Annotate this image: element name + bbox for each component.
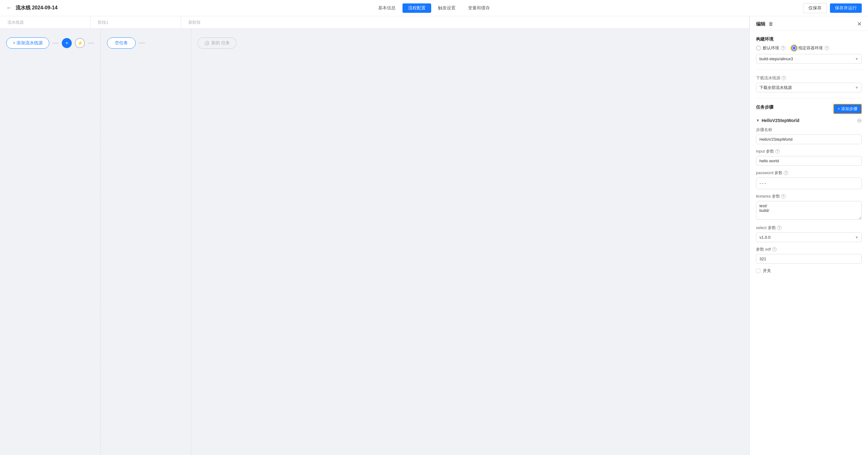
default-env-help-icon[interactable]: ?: [781, 46, 785, 50]
header-tabs: 基本信息 流程配置 触发设置 变量和缓存: [373, 3, 495, 13]
textarea-param-help-icon[interactable]: ?: [781, 194, 786, 199]
download-label: 下载流水线源 ?: [756, 75, 862, 81]
switch-checkbox-box: [756, 269, 761, 273]
add-stage-icon[interactable]: +: [62, 38, 72, 48]
connector-line: [53, 43, 59, 43]
step-title-left: ▼ HelloV2StepWorld: [756, 118, 799, 123]
step-name-display: HelloV2StepWorld: [762, 118, 799, 123]
radio-container-env[interactable]: 指定容器环境 ?: [792, 45, 829, 51]
radio-container-outer: [792, 46, 797, 51]
panel-body: 构建环境 默认环境 ? 指定容器环境 ?: [750, 31, 868, 284]
connector-line-3: [139, 43, 145, 43]
radio-default-label: 默认环境: [763, 45, 779, 51]
task-steps-section: 任务步骤 + 添加步骤 ▼ HelloV2StepWorld ⊖: [756, 104, 862, 278]
select-param-field: select 参数 ? v1.0.0 ▼: [756, 225, 862, 242]
download-source-section: 下载流水线源 ? 下载全部流水线源 ▼: [756, 75, 862, 92]
switch-field: 开关: [756, 268, 862, 274]
download-help-icon[interactable]: ?: [782, 76, 786, 80]
save-run-button[interactable]: 保存并运行: [830, 3, 862, 13]
step-item-header: ▼ HelloV2StepWorld ⊖: [756, 117, 862, 124]
select-param-label: select 参数 ?: [756, 225, 862, 231]
download-source-select[interactable]: 下载全部流水线源: [756, 83, 862, 92]
pipeline-canvas: 流水线源 阶段1 新阶段 + 添加流水线源 + ⚡ 空任务: [0, 16, 749, 455]
edf-param-input[interactable]: [756, 254, 862, 264]
source-row: + 添加流水线源 + ⚡: [6, 37, 94, 49]
divider-2: [756, 98, 862, 98]
tab-basic[interactable]: 基本信息: [373, 3, 401, 13]
password-param-display: ···: [756, 178, 862, 189]
connector-line-2: [88, 43, 94, 43]
select-param-select[interactable]: v1.0.0: [756, 233, 862, 242]
new-task-label: 新的 任务: [211, 40, 230, 46]
step-remove-button[interactable]: ⊖: [857, 117, 862, 124]
container-image-select-wrapper: build-steps/alinux3 ▼: [756, 54, 862, 64]
col-header-new-stage: 新阶段: [181, 16, 749, 28]
switch-checkbox[interactable]: 开关: [756, 268, 862, 274]
radio-default-outer: [756, 46, 761, 51]
panel-close-button[interactable]: ✕: [857, 21, 862, 27]
edf-param-label: 参数 edf ?: [756, 246, 862, 252]
container-image-wrapper: build-steps/alinux3 ▼: [756, 54, 862, 64]
panel-header: 编辑 🗑 ✕: [750, 16, 868, 31]
step-item: ▼ HelloV2StepWorld ⊖ 步骤名称: [756, 117, 862, 274]
panel-delete-icon[interactable]: 🗑: [769, 21, 773, 27]
add-step-button[interactable]: + 添加步骤: [833, 104, 862, 114]
main-layout: 流水线源 阶段1 新阶段 + 添加流水线源 + ⚡ 空任务: [0, 16, 868, 455]
empty-task-node[interactable]: 空任务: [107, 37, 136, 49]
new-stage-row: ⚪ 新的 任务: [197, 37, 237, 49]
trigger-icon[interactable]: ⚡: [75, 38, 85, 48]
build-env-section: 构建环境 默认环境 ? 指定容器环境 ?: [756, 36, 862, 64]
input-param-help-icon[interactable]: ?: [775, 149, 780, 154]
download-select-wrapper: 下载全部流水线源 ▼: [756, 83, 862, 92]
panel-header-left: 编辑 🗑: [756, 21, 773, 27]
lane-source: + 添加流水线源 + ⚡: [0, 29, 101, 455]
select-param-help-icon[interactable]: ?: [777, 225, 782, 230]
panel-title: 编辑: [756, 21, 765, 27]
step-name-field: 步骤名称: [756, 127, 862, 144]
save-only-button[interactable]: 仅保存: [803, 3, 827, 13]
input-param-input[interactable]: [756, 156, 862, 166]
textarea-param-label: textarea 参数 ?: [756, 193, 862, 199]
textarea-param-field: textarea 参数 ? test/ build/: [756, 193, 862, 221]
step-name-input[interactable]: [756, 134, 862, 144]
step-collapse-icon[interactable]: ▼: [756, 118, 760, 123]
radio-container-label: 指定容器环境: [799, 45, 823, 51]
app-header: ← 流水线 2024-09-14 基本信息 流程配置 触发设置 变量和缓存 仅保…: [0, 0, 868, 16]
tab-trigger[interactable]: 触发设置: [432, 3, 461, 13]
input-param-field: input 参数 ?: [756, 149, 862, 166]
password-param-field: password 参数 ? ···: [756, 170, 862, 189]
env-radio-group: 默认环境 ? 指定容器环境 ?: [756, 45, 862, 51]
add-source-button[interactable]: + 添加流水线源: [6, 37, 49, 49]
stage1-row: 空任务: [107, 37, 145, 49]
header-actions: 仅保存 保存并运行: [803, 3, 862, 13]
col-header-source: 流水线源: [0, 16, 91, 28]
back-button[interactable]: ←: [6, 5, 12, 11]
lane-new-stage: ⚪ 新的 任务: [191, 29, 749, 455]
right-panel: 编辑 🗑 ✕ 构建环境 默认环境 ?: [749, 16, 868, 455]
canvas-body: + 添加流水线源 + ⚡ 空任务 ⚪ 新的: [0, 29, 749, 455]
container-env-help-icon[interactable]: ?: [825, 46, 829, 50]
canvas-header: 流水线源 阶段1 新阶段: [0, 16, 749, 29]
new-task-node[interactable]: ⚪ 新的 任务: [197, 37, 237, 49]
tab-flow[interactable]: 流程配置: [402, 3, 431, 13]
select-param-wrapper: v1.0.0 ▼: [756, 233, 862, 242]
switch-label: 开关: [763, 268, 771, 274]
step-name-label: 步骤名称: [756, 127, 862, 133]
lane-stage1: 空任务: [101, 29, 191, 455]
password-param-label: password 参数 ?: [756, 170, 862, 176]
edf-param-help-icon[interactable]: ?: [772, 247, 777, 251]
steps-title: 任务步骤: [756, 104, 773, 110]
new-task-plus-icon: ⚪: [204, 40, 209, 46]
radio-default-env[interactable]: 默认环境 ?: [756, 45, 785, 51]
password-param-help-icon[interactable]: ?: [784, 171, 788, 175]
build-env-title: 构建环境: [756, 36, 862, 42]
radio-container-inner: [793, 47, 795, 49]
col-header-stage1: 阶段1: [91, 16, 181, 28]
edf-param-field: 参数 edf ?: [756, 246, 862, 264]
tab-vars[interactable]: 变量和缓存: [462, 3, 495, 13]
container-image-select[interactable]: build-steps/alinux3: [756, 54, 862, 64]
input-param-label: input 参数 ?: [756, 149, 862, 154]
steps-section-header: 任务步骤 + 添加步骤: [756, 104, 862, 114]
textarea-param-input[interactable]: test/ build/: [756, 201, 862, 220]
